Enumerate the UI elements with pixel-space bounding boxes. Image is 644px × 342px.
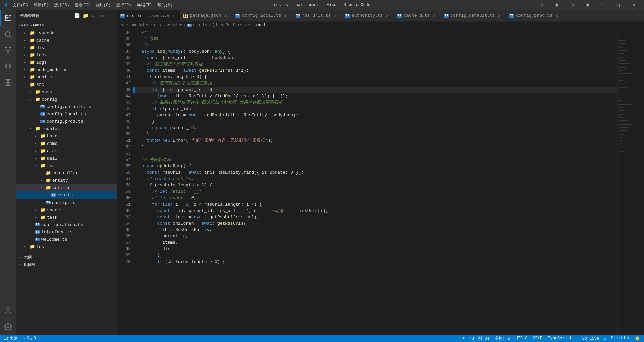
activity-explorer[interactable] [0,10,16,26]
code-line[interactable]: */ [133,42,617,48]
tree-item-rss-ts[interactable]: TS rss.ts [16,191,117,199]
code-line[interactable]: const items = await getRssUrl(rss_url); [133,214,617,220]
split-icon[interactable]: ⊞ [549,0,564,10]
tree-item-configuration[interactable]: TS configuration.ts [16,221,117,228]
code-line[interactable]: parent_id, [133,233,617,239]
tree-item-comm[interactable]: ▸ 📁 comm [16,88,117,96]
maximize-button[interactable]: ▢ [610,0,626,10]
tab-close-rss-urls[interactable]: ✕ [332,13,338,18]
tree-item-service[interactable]: ▾ 📁 service [16,184,117,191]
status-errors[interactable]: ✕ 0 ⚠ 0 [22,336,37,341]
tree-item-vscode[interactable]: ▸ 📁 .vscode [16,29,117,37]
layout2-icon[interactable]: ⊟ [564,0,580,10]
code-line[interactable]: const { id: parent_id, rss_url = '', dir… [133,208,617,214]
status-encoding[interactable]: UTF-8 [513,336,529,341]
menu-select[interactable]: 选择(S) [51,2,72,9]
code-line[interactable]: } [133,118,617,125]
activity-remote[interactable] [0,302,16,319]
code-line[interactable]: // 先获取更新 [133,157,617,163]
code-line[interactable]: async add(@Body() bodyJson: any) { [133,48,617,55]
tab-close-config-prod[interactable]: ✕ [554,13,559,18]
code-line[interactable]: // 如果订阅地址不存在 那么添加当前数据 如果存在那么更新数据 [133,99,617,106]
tree-item-welcome[interactable]: TS welcome.ts [16,236,117,243]
code-line[interactable]: return parent_id; [133,125,617,131]
tree-item-entity[interactable]: ▸ 📁 entity [16,177,117,184]
status-position[interactable]: 行 43，列 34 [461,336,491,341]
code-line[interactable]: } [133,144,617,150]
menu-goto[interactable]: 转到(G) [93,2,113,9]
status-prettier[interactable]: Prettier [609,336,632,341]
tab-config-default[interactable]: TS config.default.ts ✕ [440,10,505,21]
status-branch-icon[interactable]: ⎇ 大纲 [3,336,19,341]
menu-edit[interactable]: 编辑(E) [31,2,52,9]
breadcrumb-modules[interactable]: modules [132,23,149,28]
tab-config-local[interactable]: TS config.local.ts ✕ [232,10,292,21]
tab-close-rss-ts[interactable]: ✕ [171,13,176,18]
status-golive[interactable]: ⚡ Go Live [575,336,601,341]
code-line[interactable]: * 添加 [133,36,617,42]
grid-icon[interactable]: ⊞ [580,0,595,10]
tab-config-prod[interactable]: TS config.prod.ts ✕ [506,10,563,21]
code-line[interactable]: (await this.RssEntity.findOne({ rss_url … [133,93,617,99]
tree-item-node-modules[interactable]: ▸ 📁 node_modules [16,66,117,73]
tab-close-config-default[interactable]: ✕ [497,13,502,18]
collapse-icon[interactable]: ⊟ [98,13,105,19]
code-line[interactable]: this.RssUrlsEntity, [133,227,617,233]
tree-item-config-ts[interactable]: TS config.ts [16,199,117,206]
breadcrumb-file[interactable]: rss.ts [193,23,207,28]
tree-item-interface[interactable]: TS interface.ts [16,228,117,236]
outline-section[interactable]: ▸ 大纲 [16,253,117,261]
breadcrumb-rss[interactable]: rss [154,23,161,28]
tree-item-src[interactable]: ▾ 📁 src [16,81,117,88]
status-sync-icon[interactable]: ↻ [602,336,607,341]
code-line[interactable]: const children = await getRssUrls( [133,220,617,227]
tree-item-config[interactable]: ▾ 📁 config [16,96,117,103]
tab-package-json[interactable]: {} package.json ✕ [180,10,232,21]
timeline-section[interactable]: ▸ 时间线 [16,261,117,268]
tab-rss-urls[interactable]: TS rss_urls.ts ✕ [292,10,342,21]
tree-item-config-prod[interactable]: TS config.prod.ts [16,118,117,125]
breadcrumb-service[interactable]: service [165,23,182,28]
code-line[interactable]: if (items.length > 0) { [133,74,617,80]
code-line[interactable]: for (let i = 0; i < rssUrls.length; i++)… [133,201,617,208]
code-line[interactable]: // 查询数据库是否有当前数据 [133,80,617,87]
tree-item-test[interactable]: ▸ 📁 test [16,243,117,250]
code-line[interactable]: if (!parent_id) { [133,106,617,112]
code-line[interactable]: // let count = 0; [133,195,617,201]
code-line[interactable]: let { id: parent_id = 0 } = [133,87,617,93]
menu-run[interactable]: 运行(R) [113,2,134,9]
code-line[interactable]: items, [133,239,617,246]
tree-item-dict[interactable]: ▸ 📁 dict [16,147,117,155]
menu-file[interactable]: 文件(F) [10,2,31,9]
status-spaces[interactable]: 空格: 2 [493,336,512,341]
menu-terminal[interactable]: 终端(T) [134,2,155,9]
tree-item-demo[interactable]: ▸ 📁 demo [16,140,117,147]
activity-search[interactable] [0,26,16,42]
tree-root[interactable]: ▾ MAIL-ADMIN [16,22,117,29]
status-eol[interactable]: CRLF [531,336,544,341]
more-actions-icon[interactable]: ⋯ [106,13,113,19]
tab-authority[interactable]: TS authority.ts ✕ [341,10,393,21]
breadcrumb-src[interactable]: src [121,23,128,28]
minimize-button[interactable]: ─ [595,0,610,10]
tree-item-cache[interactable]: ▸ 📁 cache [16,37,117,44]
tree-item-config-default[interactable]: TS config.default.ts [16,103,117,110]
code-line[interactable]: parent_id = await addRssUrl(this.RssEnti… [133,112,617,118]
activity-settings[interactable] [0,319,16,335]
code-line[interactable]: async updateRss() { [133,163,617,169]
tree-item-controller[interactable]: ▸ 📁 controller [16,169,117,177]
code-line[interactable]: } [133,131,617,137]
breadcrumb-class[interactable]: baseRssService [216,23,250,28]
tab-rss-ts[interactable]: TS rss.ts ...\service ✕ [117,10,180,21]
code-line[interactable]: if (children.length > 0) { [133,259,617,265]
breadcrumb-method[interactable]: add [258,23,265,28]
menu-view[interactable]: 查看(V) [72,2,93,9]
tree-item-base[interactable]: ▸ 📁 base [16,132,117,140]
activity-debug[interactable] [0,58,16,74]
menu-help[interactable]: 帮助(H) [155,2,175,9]
tree-item-rss[interactable]: ▾ 📁 rss [16,162,117,169]
tab-cache-d[interactable]: TS cache.d.ts ✕ [394,10,441,21]
tree-item-mail[interactable]: ▸ 📁 mail [16,155,117,162]
code-line[interactable]: // 获取链接中所有订阅地址 [133,61,617,67]
tab-close-authority[interactable]: ✕ [385,13,390,18]
